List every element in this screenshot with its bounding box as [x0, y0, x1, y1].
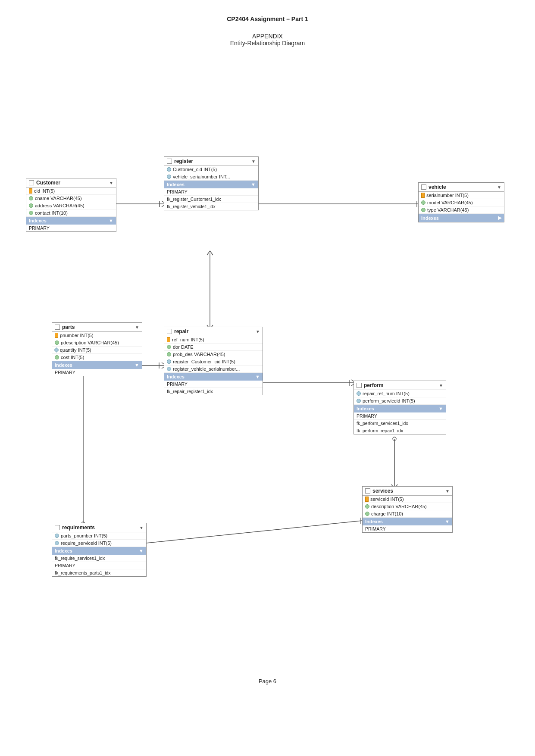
- field-row: register_Customer_cid INT(5): [164, 358, 263, 366]
- index-row: fk_register_Customer1_idx: [164, 196, 258, 203]
- indexes-header: Indexes ▼: [354, 405, 446, 412]
- field-row: Customer_cid INT(5): [164, 166, 258, 173]
- field-row: dor DATE: [164, 344, 263, 351]
- entity-header-vehicle: vehicle ▼: [419, 183, 504, 192]
- entity-vehicle: vehicle ▼ serialnumber INT(5) model VARC…: [418, 182, 504, 222]
- fk-icon: [167, 367, 171, 371]
- entity-requirements: requirements ▼ parts_pnumber INT(5) requ…: [52, 523, 147, 577]
- indexes-header: Indexes ▼: [164, 373, 263, 381]
- indexes-header: Indexes ▼: [363, 518, 452, 525]
- field-row: pdescription VARCHAR(45): [52, 339, 142, 347]
- index-row: PRIMARY: [52, 562, 146, 569]
- entity-parts: parts ▼ pnumber INT(5) pdescription VARC…: [52, 322, 142, 376]
- index-row: PRIMARY: [164, 381, 263, 388]
- field-icon: [421, 208, 425, 212]
- diamond-icon: [54, 347, 59, 352]
- fk-icon: [357, 391, 361, 396]
- indexes-header: Indexes ▼: [164, 181, 258, 188]
- field-row: cost INT(5): [52, 354, 142, 361]
- field-icon: [167, 352, 171, 356]
- index-row: fk_requirements_parts1_idx: [52, 569, 146, 576]
- pk-icon: [365, 497, 369, 502]
- fk-icon: [167, 359, 171, 364]
- field-row: cid INT(5): [26, 187, 116, 195]
- field-icon: [55, 355, 59, 359]
- table-icon: [357, 383, 362, 388]
- field-row: prob_des VARCHAR(45): [164, 351, 263, 358]
- index-row: fk_perform_repair1_idx: [354, 427, 446, 434]
- table-icon: [55, 325, 60, 330]
- svg-line-38: [134, 521, 362, 544]
- field-row: ref_num INT(5): [164, 336, 263, 344]
- field-row: vehicle_serialnumber INT...: [164, 173, 258, 181]
- field-icon: [421, 200, 425, 205]
- index-row: fk_require_services1_idx: [52, 555, 146, 562]
- field-row: quantity INT(5): [52, 347, 142, 354]
- entity-perform: perform ▼ repair_ref_num INT(5) perform_…: [354, 381, 446, 434]
- field-row: description VARCHAR(45): [363, 503, 452, 510]
- field-row: serialnumber INT(5): [419, 192, 504, 199]
- field-row: model VARCHAR(45): [419, 199, 504, 206]
- field-row: type VARCHAR(45): [419, 206, 504, 214]
- index-row: PRIMARY: [26, 225, 116, 231]
- index-row: fk_perform_services1_idx: [354, 420, 446, 427]
- pk-icon: [29, 188, 32, 194]
- fk-icon: [357, 399, 361, 403]
- pk-icon: [421, 193, 425, 198]
- indexes-header: Indexes ▼: [52, 547, 146, 555]
- svg-line-13: [207, 251, 210, 255]
- table-icon: [167, 159, 172, 164]
- fk-icon: [167, 167, 171, 172]
- pk-icon: [167, 337, 170, 342]
- field-row: parts_pnumber INT(5): [52, 532, 146, 540]
- field-icon: [365, 504, 369, 509]
- field-row: contact INT(10): [26, 209, 116, 217]
- index-row: fk_register_vehicle1_idx: [164, 203, 258, 210]
- entity-header-customer: Customer ▼: [26, 178, 116, 187]
- svg-point-30: [393, 437, 396, 440]
- table-icon: [365, 488, 370, 494]
- diagram-area: Customer ▼ cid INT(5) cname VARCHAR(45) …: [0, 51, 535, 697]
- fk-icon: [55, 534, 59, 538]
- index-row: fk_repair_register1_idx: [164, 388, 263, 395]
- entity-header-parts: parts ▼: [52, 323, 142, 332]
- page-footer: Page 6: [0, 678, 535, 684]
- entity-header-perform: perform ▼: [354, 381, 446, 390]
- entity-header-requirements: requirements ▼: [52, 523, 146, 532]
- fk-icon: [167, 175, 171, 179]
- field-icon: [365, 512, 369, 516]
- fk-icon: [55, 541, 59, 545]
- field-row: serviceid INT(5): [363, 496, 452, 503]
- table-icon: [29, 180, 34, 185]
- field-row: cname VARCHAR(45): [26, 195, 116, 202]
- table-icon: [167, 329, 172, 334]
- indexes-header: Indexes ▼: [52, 361, 142, 369]
- field-icon: [29, 203, 33, 208]
- entity-services: services ▼ serviceid INT(5) description …: [362, 486, 453, 533]
- entity-header-services: services ▼: [363, 487, 452, 496]
- entity-customer: Customer ▼ cid INT(5) cname VARCHAR(45) …: [26, 178, 116, 232]
- svg-line-14: [210, 251, 213, 255]
- field-icon: [55, 341, 59, 345]
- page-header: CP2404 Assignment – Part 1: [0, 0, 535, 22]
- field-row: charge INT(10): [363, 510, 452, 518]
- table-icon: [421, 184, 426, 190]
- field-row: perform_serviceid INT(5): [354, 397, 446, 405]
- field-row: require_serviceid INT(5): [52, 540, 146, 547]
- table-icon: [55, 525, 60, 530]
- entity-header-register: register ▼: [164, 157, 258, 166]
- field-row: repair_ref_num INT(5): [354, 390, 446, 397]
- indexes-header: Indexes ▶: [419, 214, 504, 222]
- field-row: pnumber INT(5): [52, 332, 142, 339]
- field-icon: [167, 345, 171, 349]
- index-row: PRIMARY: [164, 188, 258, 196]
- entity-repair: repair ▼ ref_num INT(5) dor DATE prob_de…: [164, 327, 263, 395]
- appendix-section: APPENDIX Entity-Relationship Diagram: [0, 33, 535, 47]
- index-row: PRIMARY: [354, 412, 446, 420]
- field-row: address VARCHAR(45): [26, 202, 116, 209]
- index-row: PRIMARY: [363, 525, 452, 532]
- indexes-header: Indexes ▼: [26, 217, 116, 225]
- index-row: PRIMARY: [52, 369, 142, 376]
- pk-icon: [55, 333, 58, 338]
- entity-header-repair: repair ▼: [164, 327, 263, 336]
